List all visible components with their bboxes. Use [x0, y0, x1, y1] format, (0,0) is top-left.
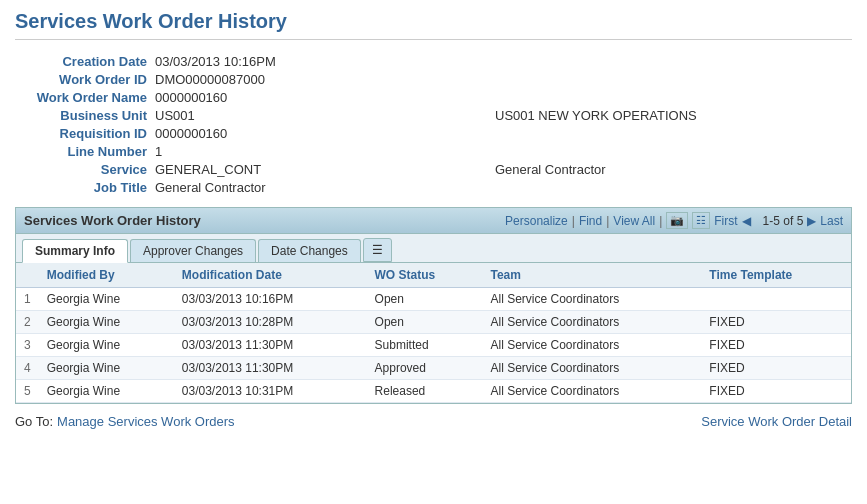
- table-row: 5 Georgia Wine 03/03/2013 10:31PM Releas…: [16, 380, 851, 403]
- business-unit-row: Business Unit US001 US001 NEW YORK OPERA…: [15, 108, 852, 123]
- service-value: GENERAL_CONT: [155, 162, 295, 177]
- creation-date-value: 03/03/2013 10:16PM: [155, 54, 295, 69]
- line-number-row: Line Number 1: [15, 144, 852, 159]
- requisition-id-value: 0000000160: [155, 126, 295, 141]
- row-modification-date: 03/03/2013 11:30PM: [174, 357, 367, 380]
- pagination-info: 1-5 of 5: [763, 214, 804, 228]
- row-modification-date: 03/03/2013 10:31PM: [174, 380, 367, 403]
- table-row: 2 Georgia Wine 03/03/2013 10:28PM Open A…: [16, 311, 851, 334]
- job-title-value: General Contractor: [155, 180, 295, 195]
- service-label: Service: [15, 162, 155, 177]
- job-title-row: Job Title General Contractor: [15, 180, 852, 195]
- sep3: |: [659, 214, 662, 228]
- manage-services-link[interactable]: Manage Services Work Orders: [57, 414, 235, 429]
- col-time-template: Time Template: [701, 263, 851, 288]
- grid-controls: Personalize | Find | View All | 📷 ☷ Firs…: [505, 212, 843, 229]
- row-wo-status: Submitted: [367, 334, 483, 357]
- row-modified-by: Georgia Wine: [39, 357, 174, 380]
- row-wo-status: Open: [367, 311, 483, 334]
- row-time-template: FIXED: [701, 357, 851, 380]
- work-order-name-value: 0000000160: [155, 90, 295, 105]
- col-num: [16, 263, 39, 288]
- line-number-value: 1: [155, 144, 295, 159]
- col-modification-date: Modification Date: [174, 263, 367, 288]
- job-title-label: Job Title: [15, 180, 155, 195]
- row-wo-status: Approved: [367, 357, 483, 380]
- table-header-row: Modified By Modification Date WO Status …: [16, 263, 851, 288]
- row-team: All Service Coordinators: [483, 380, 702, 403]
- tab-approver-changes[interactable]: Approver Changes: [130, 239, 256, 262]
- info-section: Creation Date 03/03/2013 10:16PM Work Or…: [15, 54, 852, 195]
- service-row: Service GENERAL_CONT General Contractor: [15, 162, 852, 177]
- find-link[interactable]: Find: [579, 214, 602, 228]
- table-row: 1 Georgia Wine 03/03/2013 10:16PM Open A…: [16, 288, 851, 311]
- work-order-name-row: Work Order Name 0000000160: [15, 90, 852, 105]
- business-unit-label: Business Unit: [15, 108, 155, 123]
- row-num: 5: [16, 380, 39, 403]
- sep1: |: [572, 214, 575, 228]
- row-num: 2: [16, 311, 39, 334]
- row-time-template: [701, 288, 851, 311]
- creation-date-row: Creation Date 03/03/2013 10:16PM: [15, 54, 852, 69]
- first-btn[interactable]: First: [714, 214, 737, 228]
- row-team: All Service Coordinators: [483, 334, 702, 357]
- col-team: Team: [483, 263, 702, 288]
- work-order-id-row: Work Order ID DMO00000087000: [15, 72, 852, 87]
- service-main: GENERAL_CONT General Contractor: [155, 162, 606, 177]
- grid-icon-2[interactable]: ☷: [692, 212, 710, 229]
- row-team: All Service Coordinators: [483, 311, 702, 334]
- row-time-template: FIXED: [701, 334, 851, 357]
- row-time-template: FIXED: [701, 311, 851, 334]
- row-team: All Service Coordinators: [483, 288, 702, 311]
- row-num: 4: [16, 357, 39, 380]
- next-btn[interactable]: ▶: [807, 214, 816, 228]
- grid-section: Services Work Order History Personalize …: [15, 207, 852, 404]
- business-unit-value: US001: [155, 108, 295, 123]
- row-modified-by: Georgia Wine: [39, 380, 174, 403]
- table-row: 3 Georgia Wine 03/03/2013 11:30PM Submit…: [16, 334, 851, 357]
- business-unit-extra: US001 NEW YORK OPERATIONS: [495, 108, 697, 123]
- footer-row: Go To: Manage Services Work Orders Servi…: [15, 414, 852, 429]
- grid-header-bar: Services Work Order History Personalize …: [16, 208, 851, 234]
- row-num: 3: [16, 334, 39, 357]
- page-title: Services Work Order History: [15, 10, 852, 40]
- last-btn[interactable]: Last: [820, 214, 843, 228]
- tabs-row: Summary Info Approver Changes Date Chang…: [16, 234, 851, 263]
- row-team: All Service Coordinators: [483, 357, 702, 380]
- row-num: 1: [16, 288, 39, 311]
- row-time-template: FIXED: [701, 380, 851, 403]
- prev-btn[interactable]: ◀: [742, 214, 751, 228]
- work-order-id-value: DMO00000087000: [155, 72, 295, 87]
- row-modification-date: 03/03/2013 10:28PM: [174, 311, 367, 334]
- row-modification-date: 03/03/2013 10:16PM: [174, 288, 367, 311]
- table-row: 4 Georgia Wine 03/03/2013 11:30PM Approv…: [16, 357, 851, 380]
- row-modification-date: 03/03/2013 11:30PM: [174, 334, 367, 357]
- creation-date-label: Creation Date: [15, 54, 155, 69]
- service-work-order-detail-link[interactable]: Service Work Order Detail: [701, 414, 852, 429]
- row-modified-by: Georgia Wine: [39, 288, 174, 311]
- tab-date-changes[interactable]: Date Changes: [258, 239, 361, 262]
- requisition-id-row: Requisition ID 0000000160: [15, 126, 852, 141]
- grid-title: Services Work Order History: [24, 213, 201, 228]
- work-order-name-label: Work Order Name: [15, 90, 155, 105]
- data-table: Modified By Modification Date WO Status …: [16, 263, 851, 403]
- row-wo-status: Released: [367, 380, 483, 403]
- view-all-link[interactable]: View All: [613, 214, 655, 228]
- service-extra: General Contractor: [495, 162, 606, 177]
- col-modified-by: Modified By: [39, 263, 174, 288]
- personalize-link[interactable]: Personalize: [505, 214, 568, 228]
- go-to-label: Go To:: [15, 414, 53, 429]
- row-wo-status: Open: [367, 288, 483, 311]
- sep2: |: [606, 214, 609, 228]
- row-modified-by: Georgia Wine: [39, 334, 174, 357]
- row-modified-by: Georgia Wine: [39, 311, 174, 334]
- tab-summary-info[interactable]: Summary Info: [22, 239, 128, 263]
- requisition-id-label: Requisition ID: [15, 126, 155, 141]
- grid-icon-1[interactable]: 📷: [666, 212, 688, 229]
- col-wo-status: WO Status: [367, 263, 483, 288]
- business-unit-main: US001 US001 NEW YORK OPERATIONS: [155, 108, 697, 123]
- work-order-id-label: Work Order ID: [15, 72, 155, 87]
- line-number-label: Line Number: [15, 144, 155, 159]
- tab-extra-icon[interactable]: ☰: [363, 238, 392, 262]
